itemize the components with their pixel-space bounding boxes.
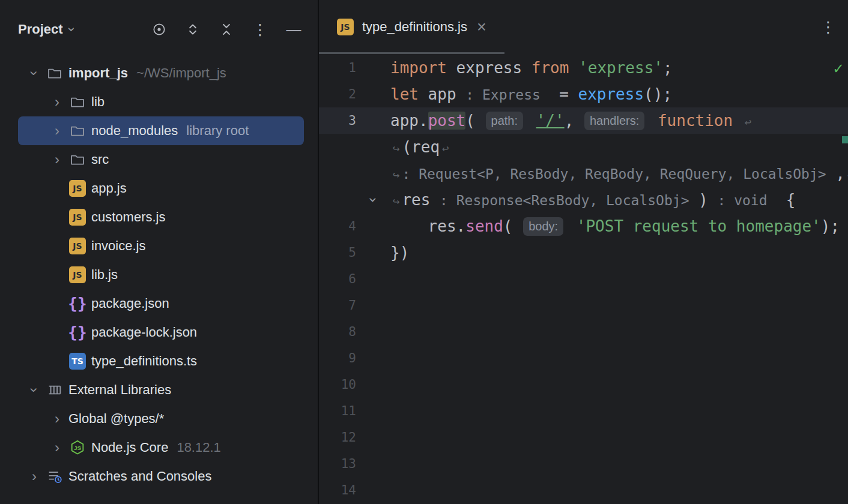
scrollbar-analysis-marker[interactable] bbox=[842, 136, 848, 143]
expand-all-icon[interactable] bbox=[184, 21, 201, 38]
line-number[interactable]: 11 bbox=[319, 398, 356, 424]
line-number[interactable]: 14 bbox=[319, 477, 356, 503]
code-token bbox=[569, 59, 578, 77]
line-number[interactable]: 7 bbox=[319, 292, 356, 319]
project-panel-toolbar: ⋮ — bbox=[151, 21, 302, 38]
tree-item-app-js[interactable]: JSapp.js bbox=[18, 174, 304, 203]
code-line[interactable]: ↪(req↩ bbox=[319, 134, 848, 160]
more-options-icon[interactable]: ⋮ bbox=[252, 21, 268, 38]
code-line[interactable]: 9 bbox=[319, 345, 848, 371]
code-token: (req bbox=[402, 138, 440, 156]
line-number[interactable]: 1 bbox=[319, 55, 356, 81]
project-view-selector[interactable]: Project › bbox=[18, 22, 73, 37]
tree-item-global-types[interactable]: ›Global @types/* bbox=[18, 404, 304, 433]
code-line-text[interactable] bbox=[390, 477, 848, 503]
tree-item-node-js-core[interactable]: ›JSNode.js Core18.12.1 bbox=[18, 433, 304, 462]
tree-item-type-definitions-ts[interactable]: TStype_definitions.ts bbox=[18, 347, 304, 376]
line-number[interactable]: 12 bbox=[319, 424, 356, 451]
chevron-right-icon[interactable]: › bbox=[46, 122, 68, 139]
tree-item-lib[interactable]: ›lib bbox=[18, 88, 304, 116]
code-line-text[interactable]: ↪(req↩ bbox=[390, 134, 848, 160]
line-number[interactable] bbox=[319, 187, 356, 213]
tree-item-customers-js[interactable]: JScustomers.js bbox=[18, 203, 304, 232]
line-number[interactable]: 13 bbox=[319, 451, 356, 477]
code-line-text[interactable] bbox=[390, 319, 848, 345]
line-number[interactable]: 2 bbox=[319, 81, 356, 107]
code-line[interactable]: 5}) bbox=[319, 239, 848, 266]
code-token: send bbox=[465, 217, 503, 235]
code-line[interactable]: 6 bbox=[319, 266, 848, 292]
editor-options-icon[interactable]: ⋮ bbox=[820, 19, 836, 35]
code-line[interactable]: 7 bbox=[319, 292, 848, 319]
tree-item-src[interactable]: ›src bbox=[18, 145, 304, 174]
line-number[interactable]: 5 bbox=[319, 239, 356, 266]
code-line[interactable]: 2let app : Express = express(); bbox=[319, 81, 848, 107]
json-icon: {} bbox=[68, 323, 86, 341]
code-line-text[interactable] bbox=[390, 451, 848, 477]
tree-item-package-json[interactable]: {}package.json bbox=[18, 289, 304, 318]
chevron-right-icon[interactable]: › bbox=[46, 410, 68, 427]
chevron-right-icon[interactable]: › bbox=[23, 468, 46, 485]
fold-gutter bbox=[356, 266, 390, 292]
tree-item-external-libraries[interactable]: ›External Libraries bbox=[18, 376, 304, 404]
code-line[interactable]: 1import express from 'express'; bbox=[319, 55, 848, 81]
code-line-text[interactable]: app.post( path: '/', handlers: function … bbox=[390, 107, 848, 134]
tree-item-scratches-and-consoles[interactable]: ›Scratches and Consoles bbox=[18, 462, 304, 491]
code-line-text[interactable] bbox=[390, 292, 848, 319]
code-line[interactable]: 13 bbox=[319, 451, 848, 477]
collapse-all-icon[interactable] bbox=[218, 21, 235, 38]
code-line[interactable]: 10 bbox=[319, 371, 848, 398]
line-number[interactable]: 9 bbox=[319, 345, 356, 371]
editor[interactable]: 1import express from 'express';2let app … bbox=[319, 54, 848, 504]
project-tree: ›import_js~/WS/import_js›lib›node_module… bbox=[0, 59, 318, 504]
locate-file-icon[interactable] bbox=[151, 21, 168, 38]
hide-panel-icon[interactable]: — bbox=[285, 21, 302, 38]
code-line-text[interactable] bbox=[390, 345, 848, 371]
tree-item-import-js[interactable]: ›import_js~/WS/import_js bbox=[18, 59, 304, 88]
line-number[interactable]: 4 bbox=[319, 213, 356, 239]
tree-item-node-modules[interactable]: ›node_moduleslibrary root bbox=[18, 116, 304, 145]
chevron-right-icon[interactable]: › bbox=[46, 151, 68, 168]
code-line-text[interactable] bbox=[390, 371, 848, 398]
code-line-text[interactable]: }) bbox=[390, 239, 848, 266]
fold-chevron-icon[interactable]: › bbox=[356, 187, 390, 213]
line-number[interactable]: 10 bbox=[319, 371, 356, 398]
code-line-text[interactable] bbox=[390, 424, 848, 451]
tree-item-package-lock-json[interactable]: {}package-lock.json bbox=[18, 318, 304, 347]
tree-item-invoice-js[interactable]: JSinvoice.js bbox=[18, 232, 304, 260]
code-token: ( bbox=[503, 217, 522, 235]
code-line[interactable]: ›↪res : Response<ResBody, LocalsObj> ) :… bbox=[319, 187, 848, 213]
code-line[interactable]: 8 bbox=[319, 319, 848, 345]
fold-gutter bbox=[356, 477, 390, 503]
line-number[interactable]: 6 bbox=[319, 266, 356, 292]
code-token: res bbox=[402, 191, 440, 209]
code-line[interactable]: 11 bbox=[319, 398, 848, 424]
chevron-right-icon[interactable]: › bbox=[46, 439, 68, 456]
code-line[interactable]: 3app.post( path: '/', handlers: function… bbox=[319, 107, 848, 134]
line-number[interactable]: 3 bbox=[319, 107, 356, 134]
code-token: res. bbox=[390, 217, 465, 235]
chevron-down-icon[interactable]: › bbox=[23, 65, 46, 82]
tree-item-label: package.json bbox=[91, 296, 169, 311]
code-token bbox=[648, 112, 658, 130]
tree-item-lib-js[interactable]: JSlib.js bbox=[18, 260, 304, 289]
code-line-text[interactable]: import express from 'express'; bbox=[390, 55, 848, 81]
code-line[interactable]: 14 bbox=[319, 477, 848, 503]
code-line-text[interactable] bbox=[390, 398, 848, 424]
chevron-down-icon[interactable]: › bbox=[23, 382, 46, 398]
code-line[interactable]: 12 bbox=[319, 424, 848, 451]
code-line[interactable]: ↪: Request<P, ResBody, ReqBody, ReqQuery… bbox=[319, 160, 848, 187]
code-line-text[interactable]: res.send( body: 'POST request to homepag… bbox=[390, 213, 848, 239]
code-line-text[interactable]: ↪: Request<P, ResBody, ReqBody, ReqQuery… bbox=[390, 160, 848, 187]
code-line-text[interactable] bbox=[390, 266, 848, 292]
inspections-ok-icon[interactable]: ✓ bbox=[834, 59, 843, 77]
close-icon[interactable]: × bbox=[477, 19, 486, 35]
line-number[interactable] bbox=[319, 160, 356, 187]
line-number[interactable] bbox=[319, 134, 356, 160]
code-line-text[interactable]: ↪res : Response<ResBody, LocalsObj> ) : … bbox=[390, 187, 848, 213]
code-line-text[interactable]: let app : Express = express(); bbox=[390, 81, 848, 107]
line-number[interactable]: 8 bbox=[319, 319, 356, 345]
code-line[interactable]: 4 res.send( body: 'POST request to homep… bbox=[319, 213, 848, 239]
tab-type-definitions-js[interactable]: JS type_definitions.js × bbox=[319, 0, 504, 54]
chevron-right-icon[interactable]: › bbox=[46, 94, 68, 110]
